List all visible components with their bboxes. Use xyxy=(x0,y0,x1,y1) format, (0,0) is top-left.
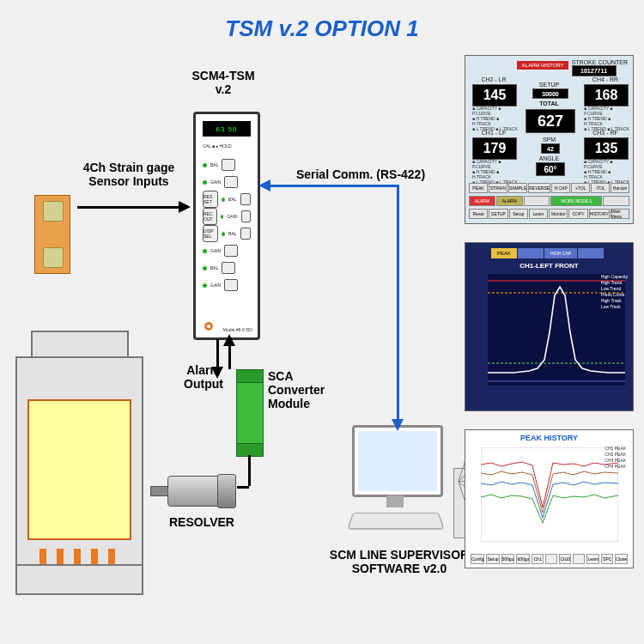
history-button[interactable]: HISTORY xyxy=(589,209,610,219)
blank1-button[interactable] xyxy=(545,554,557,564)
arrow-resolver-to-sca xyxy=(248,455,251,486)
press-machine-icon xyxy=(15,331,140,614)
strain-button[interactable]: STRAIN xyxy=(489,183,507,193)
resolver-label: RESOLVER xyxy=(159,515,245,529)
setup3-button[interactable]: Setup xyxy=(486,554,499,564)
tab-4[interactable] xyxy=(578,248,604,258)
ch2-label: CH2 - LR xyxy=(474,76,513,82)
setup2-button[interactable]: Setup xyxy=(509,209,528,219)
total-value: 627 xyxy=(526,109,575,133)
setup-stroke-value: 30000 xyxy=(532,88,568,99)
shot1-row2: ALARM ALARM WORK MODE:1 xyxy=(469,196,629,206)
device-display: 63 50 xyxy=(203,121,251,137)
tab-peak[interactable]: PEAK xyxy=(491,248,517,258)
svg-point-1 xyxy=(207,325,210,328)
blank2-button[interactable] xyxy=(573,554,585,564)
peak-button[interactable]: PEAK xyxy=(469,183,488,193)
minus-tol-button[interactable]: -TOL xyxy=(591,183,610,193)
copy-button[interactable]: COPY xyxy=(568,209,587,219)
model-label: Model #8-0.5DI xyxy=(223,328,252,333)
peak-history-svg xyxy=(481,447,618,542)
cal-label: CAL ■ ● HOLD xyxy=(203,143,232,149)
stroke-counter-value: 10127711 xyxy=(572,65,617,76)
hardon-button[interactable]: Hardon xyxy=(611,183,629,193)
alarm2-button[interactable]: ALARM xyxy=(496,196,523,206)
workmode-button[interactable]: WORK MODE:1 xyxy=(550,196,602,206)
600go-button[interactable]: 600go xyxy=(516,554,530,564)
shot1-row1: PEAK STRAIN SAMPLE REVERSE H.CAP +TOL -T… xyxy=(469,183,629,193)
ch10-button[interactable]: Ch10 xyxy=(559,554,571,564)
system-diagram: TSM v.2 OPTION 1 SCM4-TSM v.2 4Ch Strain… xyxy=(0,0,644,644)
screenshot-curve-chart: PEAK HIGH CAP CH1-LEFT FRONT High Capaci… xyxy=(465,242,634,411)
alarm-history-badge: ALARM HISTORY xyxy=(517,61,568,70)
ch4-value: 168 xyxy=(584,84,629,106)
reverse-button[interactable]: REVERSE xyxy=(528,183,550,193)
recout-btn: REC OUT xyxy=(203,208,217,225)
tab-highcap[interactable]: HIGH CAP xyxy=(544,248,577,258)
total-label: TOTAL xyxy=(530,100,568,106)
ch4-label: CH4 - RR xyxy=(586,76,625,82)
spm-label: SPM xyxy=(538,137,560,143)
alarm-button[interactable]: ALARM xyxy=(469,196,495,206)
screenshot-peak-history: PEAK HISTORY CH1 PEAKCH2 PEAK CH3 PEAKCH… xyxy=(465,429,634,568)
chart-title: CH1-LEFT FRONT xyxy=(465,262,633,270)
learn3-button[interactable]: Learn xyxy=(586,554,599,564)
hcap-button[interactable]: H.CAP xyxy=(551,183,570,193)
serial-comm-label: Serial Comm. (RS-422) xyxy=(283,167,438,181)
spm-value: 42 xyxy=(541,143,560,154)
bal-label: BAL xyxy=(210,162,218,167)
scm4-tsm-device-icon: 63 50 CAL ■ ● HOLD BAL GAIN RES SETBAL R… xyxy=(193,112,260,340)
screenshot-tonnage-monitor: ALARM HISTORY STROKE COUNTER 10127711 SE… xyxy=(465,55,634,224)
device-title-label: SCM4-TSM v.2 xyxy=(172,69,275,96)
mainmenu-button[interactable]: Main Menu xyxy=(611,209,629,219)
sensor-inputs-label: 4Ch Strain gage Sensor Inputs xyxy=(69,161,189,188)
learn-button[interactable]: Learn xyxy=(529,209,548,219)
gear-icon xyxy=(203,320,215,332)
reset-button[interactable]: Reset xyxy=(469,209,488,219)
page-title: TSM v.2 OPTION 1 xyxy=(0,15,644,42)
angle-value: 60° xyxy=(536,162,565,176)
monitor-button[interactable]: Monitor xyxy=(549,209,568,219)
arrow-alarm-down xyxy=(216,339,219,368)
peak-history-title: PEAK HISTORY xyxy=(465,434,633,442)
ch3-label: CH3 - RF xyxy=(586,130,625,136)
resolver-icon xyxy=(150,469,236,512)
peak-legend: CH1 PEAKCH2 PEAK CH3 PEAKCH4 PEAK xyxy=(605,446,626,470)
pc-icon xyxy=(335,425,455,541)
ch1-value: 179 xyxy=(472,137,517,160)
dispsel-btn: DISP SEL xyxy=(203,225,218,242)
ch3-value: 135 xyxy=(584,137,629,160)
software-label: SCM LINE SUPERVISOR SOFTWARE v2.0 xyxy=(318,548,481,575)
500go-button[interactable]: 500go xyxy=(501,554,515,564)
ch1-label: CH1 - LF xyxy=(474,130,513,136)
gain-label: GAIN xyxy=(210,179,221,185)
angle-label: ANGLE xyxy=(534,155,564,161)
ch2-value: 145 xyxy=(472,84,517,106)
shot1-row3: Reset SETUP Setup Learn Monitor COPY HIS… xyxy=(469,209,629,219)
plus-tol-button[interactable]: +TOL xyxy=(571,183,590,193)
spc-button[interactable]: SPC xyxy=(601,554,613,564)
config-button[interactable]: Config xyxy=(471,554,484,564)
shot3-buttons: Config Setup 500go 600go Ch1 Ch10 Learn … xyxy=(471,554,628,564)
stroke-counter-label: STROKE COUNTER xyxy=(572,59,628,65)
serial-comm-line xyxy=(270,185,399,187)
arrow-sensor-to-device xyxy=(77,206,180,209)
setup-button[interactable]: SETUP xyxy=(489,209,507,219)
resset-btn: RES SET xyxy=(203,191,218,208)
ch1-button[interactable]: Ch1 xyxy=(532,554,544,564)
tab-2[interactable] xyxy=(518,248,544,258)
sca-converter-icon xyxy=(236,369,264,457)
sca-module-label: SCA Converter Module xyxy=(268,369,337,410)
strain-gage-sensor-icon xyxy=(34,195,70,274)
chart-legend: High CapacityHigh TrendLow Trend Press C… xyxy=(601,274,628,310)
sample-button[interactable]: SAMPLE xyxy=(508,183,527,193)
close-button[interactable]: Close xyxy=(615,554,628,564)
